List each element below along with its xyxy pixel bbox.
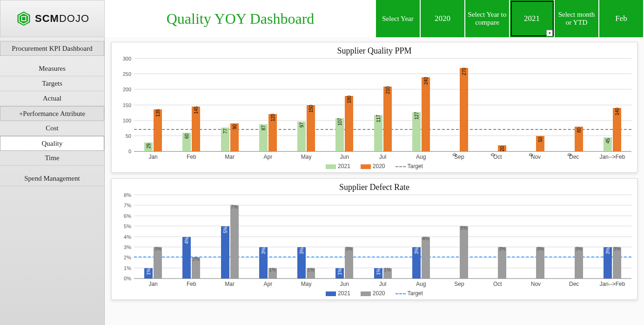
bar: 3% xyxy=(154,247,162,278)
bar: 1% xyxy=(268,268,277,278)
category-label: Nov xyxy=(517,152,555,160)
category-label: Jan xyxy=(134,152,172,160)
chart-defect-card: Supplier Defect Rate 0%1%2%3%4%5%6%7%8%1… xyxy=(111,178,637,300)
chart-defect-legend: 2021 2020 Target xyxy=(117,287,631,297)
bar: 120 xyxy=(268,114,277,151)
brand-logo: SCMDOJO xyxy=(0,0,105,37)
sidebar-item-spend[interactable]: Spend Management xyxy=(0,171,104,186)
category-label: Jun xyxy=(325,279,363,287)
sidebar-item-time[interactable]: Time xyxy=(0,151,104,166)
category-label: Jan-->Feb xyxy=(593,279,631,287)
bar: 107 xyxy=(335,118,344,151)
category-label: Oct xyxy=(478,279,517,287)
bar: 5% xyxy=(460,226,468,278)
bar: 3% xyxy=(536,247,544,278)
bar: 20 xyxy=(498,145,506,151)
sidebar-item-targets[interactable]: Targets xyxy=(0,76,104,91)
bar: 90 xyxy=(230,123,239,151)
bar: 1% xyxy=(144,268,153,278)
category-label: Nov xyxy=(517,279,555,287)
bar: 210 xyxy=(383,87,392,151)
chart-ppm-title: Supplier Quality PPM xyxy=(117,46,631,56)
bar: 4% xyxy=(182,237,191,279)
bar: 1% xyxy=(307,268,315,278)
bar: 97 xyxy=(297,122,306,151)
category-label: Apr xyxy=(249,279,287,287)
bar: 4% xyxy=(422,237,430,279)
bar: 3% xyxy=(613,247,621,278)
category-label: Apr xyxy=(249,152,287,160)
category-label: Sep xyxy=(440,152,478,160)
bar: 1% xyxy=(383,268,392,278)
chart-defect-plot: 0%1%2%3%4%5%6%7%8%1%3%4%2%5%7%3%1%3%1%1%… xyxy=(134,195,631,279)
category-label: Dec xyxy=(555,279,593,287)
bar: 80 xyxy=(575,127,583,151)
category-label: Sep xyxy=(440,279,478,287)
bar: 180 xyxy=(345,96,353,151)
category-label: Dec xyxy=(555,152,593,160)
bar: 7% xyxy=(230,205,239,278)
bar: 5% xyxy=(221,226,229,278)
bar: 140 xyxy=(613,108,621,151)
bar: 3% xyxy=(297,247,306,278)
select-month-value[interactable]: Feb xyxy=(599,0,644,37)
category-label: May xyxy=(287,152,325,160)
page-title: Quality YOY Dashboard xyxy=(105,0,376,37)
chevron-down-icon[interactable]: ▾ xyxy=(546,30,553,36)
bar: 270 xyxy=(460,68,468,151)
bar: 1% xyxy=(374,268,382,278)
bar: 3% xyxy=(345,247,353,278)
bar: 2% xyxy=(192,257,200,278)
category-label: Aug xyxy=(402,279,440,287)
bar: 60 xyxy=(182,133,191,151)
bar: 240 xyxy=(422,77,430,151)
category-label: Jan xyxy=(134,279,172,287)
bar: 3% xyxy=(412,247,421,278)
select-month-label: Select month or YTD xyxy=(555,0,599,37)
chart-ppm-plot: 0501001502002503002913560145779087120971… xyxy=(134,59,631,152)
sidebar-header[interactable]: Procurement KPI Dashboard xyxy=(0,41,104,56)
bar: 29 xyxy=(144,142,153,151)
bar: 3% xyxy=(259,247,268,278)
bar: 1% xyxy=(335,268,344,278)
bar: 77 xyxy=(221,128,229,151)
sidebar-item-quality[interactable]: Quality xyxy=(0,136,104,151)
sidebar-item-measures[interactable]: Measures xyxy=(0,61,104,76)
category-label: Jul xyxy=(363,279,402,287)
bar: 3% xyxy=(575,247,583,278)
chart-ppm-legend: 2021 2020 Target xyxy=(117,160,631,169)
category-label: May xyxy=(287,279,325,287)
select-year-value[interactable]: 2020 xyxy=(421,0,465,37)
hex-icon xyxy=(15,10,32,27)
category-label: Mar xyxy=(210,279,248,287)
bar: 3% xyxy=(498,247,506,278)
chart-defect-title: Supplier Defect Rate xyxy=(117,183,631,192)
sidebar-item-actual[interactable]: Actual xyxy=(0,91,104,106)
category-label: Jan-->Feb xyxy=(593,152,631,160)
sidebar-perf-header[interactable]: +Performance Attribute xyxy=(0,106,104,121)
bar: 127 xyxy=(412,112,421,151)
bar: 45 xyxy=(604,137,612,151)
bar: 87 xyxy=(259,124,268,151)
bar: 117 xyxy=(374,115,382,151)
bar: 150 xyxy=(307,105,315,152)
category-label: Jul xyxy=(363,152,402,160)
category-label: Jun xyxy=(325,152,363,160)
chart-ppm-card: Supplier Quality PPM 0501001502002503002… xyxy=(111,42,637,173)
category-label: Mar xyxy=(210,152,248,160)
compare-year-value[interactable]: 2021 ▾ xyxy=(510,0,555,37)
category-label: Aug xyxy=(402,152,440,160)
sidebar-item-cost[interactable]: Cost xyxy=(0,121,104,136)
select-year-label: Select Year xyxy=(376,0,421,37)
category-label: Feb xyxy=(172,152,210,160)
sidebar: Procurement KPI Dashboard Measures Targe… xyxy=(0,37,105,325)
bar: 50 xyxy=(536,136,544,151)
compare-year-label: Select Year to compare xyxy=(465,0,510,37)
bar: 145 xyxy=(192,107,200,151)
category-label: Feb xyxy=(172,279,210,287)
bar: 3% xyxy=(604,247,612,278)
bar: 135 xyxy=(154,109,162,151)
category-label: Oct xyxy=(478,152,517,160)
